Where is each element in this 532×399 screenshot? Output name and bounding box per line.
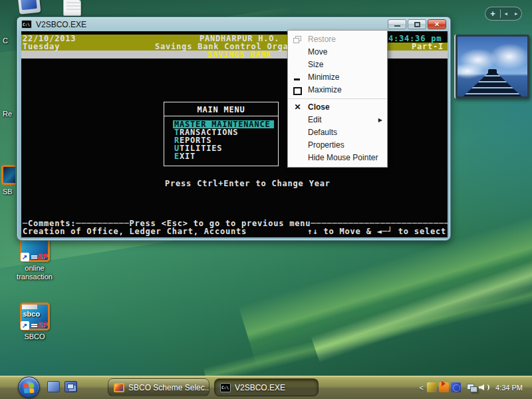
sp-badge: SP (38, 253, 48, 261)
start-button[interactable] (18, 376, 40, 398)
sidebar-controls: + ◄ ► (485, 7, 522, 21)
wallpaper-streak (203, 271, 532, 384)
desktop: C Re SB + ◄ ► ↗ SP online transaction (0, 0, 532, 399)
desktop-icon-online-transaction[interactable]: ↗ SP online transaction (7, 234, 63, 281)
hidden-shortcut-icon[interactable] (1, 165, 15, 185)
close-icon: ✕ (293, 103, 302, 112)
sp-badge: SP (38, 321, 48, 329)
restore-icon (293, 35, 302, 44)
menu-defaults[interactable]: Defaults (288, 126, 387, 139)
taskbar-button-v2sbco[interactable]: C:\ V2SBCO.EXE (214, 378, 319, 396)
menu-size[interactable]: Size (288, 59, 387, 71)
sbco-app-icon (114, 383, 124, 392)
show-desktop-icon[interactable] (47, 381, 60, 392)
taskbar-clock[interactable]: 4:34 PM (495, 384, 523, 392)
maximize-icon (293, 86, 302, 94)
menu-hide-mouse-pointer[interactable]: Hide Mouse Pointer (288, 152, 387, 164)
main-menu-box: MAIN MENU MASTER MAINTENANCE TRANSACTION… (164, 102, 279, 166)
menu-restore: Restore (288, 33, 387, 46)
menu-edit[interactable]: Edit▶ (288, 114, 387, 126)
menu-separator (289, 98, 386, 99)
windows-logo-icon (24, 383, 35, 394)
minimize-icon (394, 25, 400, 27)
icon-label: SBCO (7, 332, 63, 341)
console-day: Tuesday (23, 43, 60, 51)
submenu-arrow-icon: ▶ (378, 114, 382, 126)
shortcut-arrow-icon: ↗ (21, 253, 29, 261)
console-part: Part-I (412, 43, 444, 51)
icon-label: online transaction (7, 264, 63, 281)
minimize-icon (293, 73, 302, 82)
sbco-icon: sbco ↗ SP (20, 303, 50, 331)
hidden-icon-label[interactable]: C (3, 37, 8, 45)
tray-security-flag-icon[interactable] (439, 382, 449, 392)
window-title: V2SBCO.EXE (36, 20, 386, 29)
hidden-icon-label[interactable]: SB (3, 188, 13, 196)
next-page-button[interactable]: ► (511, 7, 522, 20)
minimize-button[interactable] (388, 19, 406, 29)
add-gadget-button[interactable]: + (485, 7, 500, 20)
titlebar[interactable]: C:\ V2SBCO.EXE ✕ (17, 17, 450, 31)
hidden-icon-label[interactable]: Re (3, 110, 12, 118)
wallpaper-streak (311, 223, 532, 362)
menu-minimize[interactable]: Minimize (288, 71, 387, 84)
menu-item-exit[interactable]: EXIT (173, 152, 274, 160)
slideshow-photo-ocean-pier (458, 37, 527, 96)
document-icon[interactable] (63, 0, 81, 16)
switch-windows-icon[interactable] (65, 381, 77, 392)
tray-update-icon[interactable] (427, 382, 437, 392)
network-icon[interactable] (467, 382, 477, 392)
maximize-button[interactable] (408, 19, 426, 29)
taskbar-button-sbco-scheme[interactable]: SBCO Scheme Selec... (108, 378, 209, 396)
console-banner: SAVINGS BANK (207, 51, 271, 59)
console-hint: Press Ctrl+Enter to Change Year (165, 180, 331, 188)
maximize-icon (414, 22, 420, 27)
console-window-icon: C:\ (21, 20, 32, 29)
main-menu-title: MAIN MENU (164, 102, 278, 116)
menu-properties[interactable]: Properties (288, 139, 387, 152)
slideshow-gadget[interactable] (454, 35, 529, 98)
system-tray: < 4:34 PM (420, 376, 532, 399)
menu-maximize[interactable]: Maximize (288, 84, 387, 96)
desktop-icon-sbco[interactable]: sbco ↗ SP SBCO (7, 303, 63, 341)
tray-chevron-icon[interactable]: < (420, 384, 424, 392)
tray-language-icon[interactable] (451, 382, 461, 392)
shortcut-arrow-icon: ↗ (21, 321, 29, 330)
volume-icon[interactable] (479, 382, 489, 392)
prev-page-button[interactable]: ◄ (501, 7, 511, 20)
menu-close[interactable]: ✕Close (288, 101, 387, 114)
close-button[interactable]: ✕ (428, 19, 446, 29)
computer-icon[interactable] (18, 0, 41, 15)
console-status-left: Creation of Office, Ledger Chart, Accoun… (23, 227, 247, 235)
system-context-menu: Restore Move Size Minimize Maximize ✕Clo… (287, 30, 388, 168)
menu-move[interactable]: Move (288, 46, 387, 59)
console-status-right: ↑↓ to Move & ◄─┘ to select (307, 227, 446, 235)
console-app-icon: C:\ (220, 383, 231, 392)
